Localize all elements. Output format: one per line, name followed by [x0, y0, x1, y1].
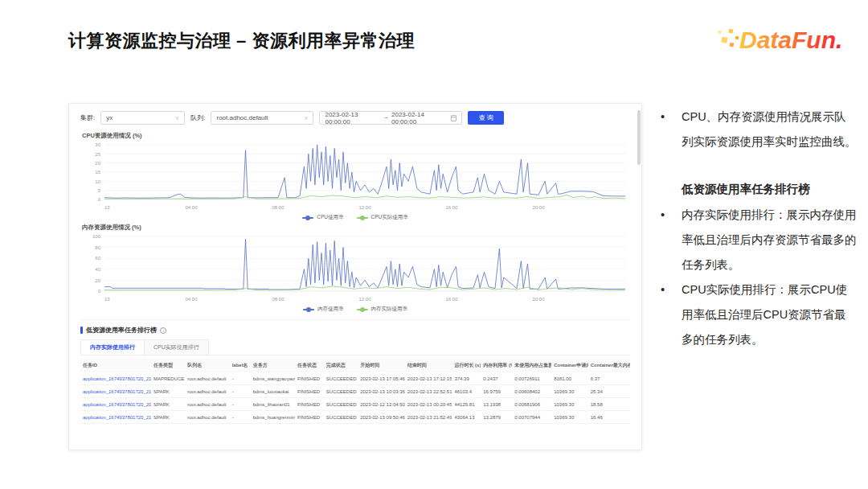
x-tick-label: 04:00	[185, 205, 198, 210]
cpu-usage-chart: CPU资源使用情况 (%) 3025201510501304:0008:0012…	[80, 132, 630, 221]
table-row: application_1674937801720_2111076SPARKro…	[80, 385, 630, 398]
table-header-row: 任务ID任务类型队列名label名业务方任务状态完成状态开始时间结束时间运行时长…	[80, 359, 630, 372]
x-tick-label: 08:00	[272, 297, 285, 302]
queue-select[interactable]: root.adhoc.default ∨	[211, 111, 313, 125]
column-header: 队列名	[185, 359, 229, 372]
table-cell: 0.00681906	[512, 398, 551, 411]
table-cell: 2023-02-13 10:03:36	[358, 385, 405, 398]
column-header: 未使用内存占集群比 (%)	[512, 359, 551, 372]
legend-item[interactable]: 内存使用率	[303, 306, 344, 313]
cluster-select[interactable]: yx ∨	[100, 111, 185, 125]
table-cell: root.adhoc.default	[185, 411, 229, 424]
legend-item[interactable]: CPU实际使用率	[357, 214, 408, 221]
column-header: 任务状态	[295, 359, 324, 372]
series-line	[104, 239, 625, 290]
cluster-value: yx	[106, 114, 113, 121]
chart-canvas: 3025201510501304:0008:0012:0016:0020:00	[80, 140, 629, 214]
x-tick-label: 04:00	[185, 297, 198, 302]
note-item: • CPU实际使用排行：展示CPU使用率低且治理后CPU资源节省最多的任务列表。	[661, 277, 857, 353]
bullet-icon: •	[661, 105, 682, 154]
x-tick-label: 20:00	[532, 297, 545, 302]
y-tick-label: 30	[95, 142, 100, 147]
table-cell: 43064.13	[452, 411, 481, 424]
table-cell: 374.39	[452, 372, 481, 385]
table-cell: 18.58	[588, 398, 630, 411]
table-cell: bdms_lihaoran01	[251, 398, 295, 411]
task-id-link[interactable]: application_1674937801720_2111076	[80, 385, 151, 398]
x-tick-label: 08:00	[272, 205, 285, 210]
y-tick-label: 10	[95, 179, 100, 184]
table-cell: FINISHED	[295, 372, 324, 385]
calendar-icon	[451, 115, 457, 121]
table-cell: 2023-02-13 00:20:45	[405, 398, 452, 411]
table-cell: FINISHED	[295, 398, 324, 411]
notes-heading: 低资源使用率任务排行榜	[682, 177, 857, 202]
column-header: 完成状态	[324, 359, 358, 372]
slide: 计算资源监控与治理 – 资源利用率异常治理 DataFun. 集群: yx ∨ …	[0, 0, 868, 489]
ranking-tabs: 内存实际使用排行CPU实际使用排行	[80, 339, 630, 355]
table-cell: 0.2437	[481, 372, 512, 385]
table-cell: FINISHED	[295, 411, 324, 424]
info-icon[interactable]: i	[160, 327, 166, 334]
task-id-link[interactable]: application_1674937801720_2010672	[80, 398, 151, 411]
table-cell: 2023-02-13 17:05:46	[358, 372, 405, 385]
tab-memory-ranking[interactable]: 内存实际使用排行	[80, 339, 145, 355]
scrollbar-thumb[interactable]	[637, 110, 641, 165]
column-header: label名	[230, 359, 251, 372]
y-tick-label: 15	[95, 170, 100, 175]
table-cell: -	[230, 385, 251, 398]
table-cell: 2023-02-13 17:12:15	[405, 372, 452, 385]
table-cell: 6.37	[588, 372, 630, 385]
table-cell: 10369.30	[551, 385, 588, 398]
tab-cpu-ranking[interactable]: CPU实际使用排行	[145, 339, 209, 355]
legend-item[interactable]: CPU使用率	[302, 214, 343, 221]
task-id-link[interactable]: application_1674937801720_2109647	[80, 411, 151, 424]
table-cell: FINISHED	[295, 385, 324, 398]
table-cell: 2023-02-13 22:52:51	[405, 385, 452, 398]
task-id-link[interactable]: application_1674937801720_2135078	[80, 372, 151, 385]
chevron-down-icon: ∨	[304, 115, 308, 121]
search-button[interactable]: 查 询	[468, 111, 503, 125]
date-end: 2023-02-14 00:00:00	[391, 111, 448, 125]
table-cell: root.adhoc.default	[185, 398, 229, 411]
chart-canvas: 1008060402001304:0008:0012:0016:0020:00	[80, 232, 629, 306]
y-tick-label: 5	[98, 188, 101, 193]
y-tick-label: 20	[95, 278, 100, 283]
table-cell: 0.00726911	[512, 372, 551, 385]
table-cell: SUCCEEDED	[324, 385, 358, 398]
date-separator: ~	[384, 114, 388, 121]
memory-chart-canvas-host: 1008060402001304:0008:0012:0016:0020:00	[80, 232, 630, 309]
column-header: 内存利用率 (%)	[481, 359, 512, 372]
y-tick-label: 40	[95, 267, 100, 272]
table-cell: 16.46	[588, 411, 630, 424]
x-tick-label: 12:00	[358, 297, 371, 302]
table-cell: 44129.81	[452, 398, 481, 411]
x-tick-label: 16:00	[445, 297, 458, 302]
table-row: application_1674937801720_2109647SPARKro…	[80, 411, 630, 424]
bullet-icon: •	[661, 203, 682, 278]
table-row: application_1674937801720_2135078MAPREDU…	[80, 372, 630, 385]
table-cell: 13.1938	[481, 398, 512, 411]
table-cell: MAPREDUCE	[151, 372, 185, 385]
table-cell: bdms_wangyaoyao04	[251, 372, 295, 385]
table-cell: 2023-02-13 21:52:49	[405, 411, 452, 424]
queue-label: 队列:	[190, 113, 205, 122]
column-header: 业务方	[251, 359, 295, 372]
datafun-logo-icon: DataFun.	[717, 21, 855, 58]
note-text: CPU、内存资源使用情况展示队列实际资源使用率实时监控曲线。	[682, 105, 857, 154]
table-cell: -	[230, 411, 251, 424]
table-cell: root.adhoc.default	[185, 372, 229, 385]
y-tick-label: 25	[95, 152, 100, 157]
table-cell: SUCCEEDED	[324, 372, 358, 385]
table-cell: 13.2879	[481, 411, 512, 424]
filter-bar: 集群: yx ∨ 队列: root.adhoc.default ∨ 2023-0…	[69, 104, 641, 129]
dashboard-screenshot: 集群: yx ∨ 队列: root.adhoc.default ∨ 2023-0…	[68, 103, 642, 450]
cluster-label: 集群:	[80, 113, 95, 122]
table-cell: 16.9759	[481, 385, 512, 398]
column-header: 开始时间	[358, 359, 405, 372]
date-range-picker[interactable]: 2023-02-13 00:00:00 ~ 2023-02-14 00:00:0…	[319, 111, 462, 125]
legend-item[interactable]: 内存实际使用率	[357, 306, 408, 313]
table-cell: -	[230, 398, 251, 411]
x-tick-label: 13	[104, 205, 110, 210]
task-ranking-section: 低资源使用率任务排行榜 i 内存实际使用排行CPU实际使用排行 任务ID任务类型…	[80, 319, 630, 424]
